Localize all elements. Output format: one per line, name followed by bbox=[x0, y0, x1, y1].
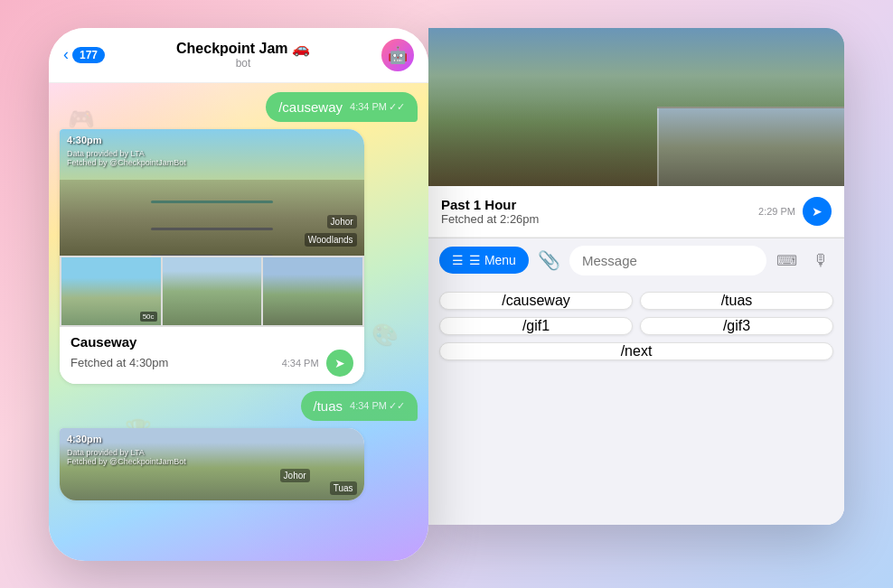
next-key[interactable]: /next bbox=[439, 342, 833, 360]
message-time: 4:34 PM bbox=[282, 358, 319, 369]
fetched-time: Fetched at 4:30pm bbox=[70, 356, 168, 369]
woodlands-label: Woodlands bbox=[305, 233, 357, 247]
next-key-label: /next bbox=[621, 343, 653, 359]
message-input[interactable] bbox=[569, 246, 766, 275]
msg-time: 4:34 PM ✓✓ bbox=[350, 101, 405, 113]
past-hour-title: Past 1 Hour bbox=[441, 197, 539, 212]
gif1-key-label: /gif1 bbox=[522, 318, 550, 334]
tuas-check-icon: ✓✓ bbox=[389, 400, 405, 412]
tuas-key-label: /tuas bbox=[721, 293, 753, 309]
tuas-key[interactable]: /tuas bbox=[640, 292, 833, 310]
avatar[interactable]: 🤖 bbox=[381, 39, 414, 71]
right-cam-overlay bbox=[657, 107, 844, 186]
right-message-info: Past 1 Hour Fetched at 2:26pm 2:29 PM ➤ bbox=[428, 186, 844, 238]
keyboard-row-2: /gif1 /gif3 bbox=[439, 317, 833, 335]
cam-timestamp: 4:30pm bbox=[67, 135, 102, 145]
cam-provider: Data provided by LTA Fetched by @Checkpo… bbox=[67, 149, 186, 167]
received-message-causeway: 4:30pm Data provided by LTA Fetched by @… bbox=[60, 129, 364, 384]
causeway-key[interactable]: /causeway bbox=[439, 292, 633, 310]
johor-partial-label: Johor bbox=[280, 469, 310, 482]
sent-message-causeway: /causeway 4:34 PM ✓✓ bbox=[60, 92, 418, 122]
causeway-key-label: /causeway bbox=[502, 293, 570, 309]
right-top-camera bbox=[428, 28, 844, 186]
partial-received-message: 4:30pm Data provided by LTA Fetched by @… bbox=[60, 428, 364, 500]
right-msg-content: Past 1 Hour Fetched at 2:26pm bbox=[441, 197, 539, 226]
location-title: Causeway bbox=[70, 334, 353, 350]
chat-background: 🎮 ⭐ 🎵 🎨 🏆 💎 /causeway 4:34 PM ✓✓ bbox=[49, 83, 428, 561]
fetched-subtitle: Fetched at 2:26pm bbox=[441, 212, 539, 226]
forward-button[interactable]: ➤ bbox=[326, 350, 353, 377]
right-forward-button[interactable]: ➤ bbox=[803, 197, 832, 226]
bot-name: Checkpoint Jam 🚗 bbox=[105, 40, 381, 57]
input-bar: ☰ ☰ Menu 📎 ⌨ 🎙 bbox=[428, 238, 844, 283]
keyboard-icon[interactable]: ⌨ bbox=[774, 246, 800, 275]
right-msg-row: Past 1 Hour Fetched at 2:26pm 2:29 PM ➤ bbox=[441, 197, 832, 226]
cam-thumb-3 bbox=[263, 257, 362, 325]
sent-text: /causeway bbox=[278, 99, 343, 115]
tuas-partial-label: Tuas bbox=[330, 481, 357, 495]
gif1-key[interactable]: /gif1 bbox=[439, 317, 633, 335]
right-msg-actions: 2:29 PM ➤ bbox=[758, 197, 832, 226]
tuas-time: 4:34 PM ✓✓ bbox=[350, 400, 405, 412]
footer-row: Fetched at 4:30pm 4:34 PM ➤ bbox=[70, 350, 353, 377]
phone-header: ‹ 177 Checkpoint Jam 🚗 bot 🤖 bbox=[49, 28, 428, 83]
menu-label: ☰ Menu bbox=[469, 253, 516, 267]
gif3-key[interactable]: /gif3 bbox=[640, 317, 833, 335]
bot-subtitle: bot bbox=[105, 57, 381, 70]
traffic-cam-grid: 4:30pm Data provided by LTA Fetched by @… bbox=[60, 129, 364, 327]
partial-camera-view: 4:30pm Data provided by LTA Fetched by @… bbox=[60, 428, 364, 500]
sent-bubble: /causeway 4:34 PM ✓✓ bbox=[266, 92, 418, 122]
unread-badge: 177 bbox=[72, 47, 105, 63]
main-container: ‹ 177 Checkpoint Jam 🚗 bot 🤖 🎮 ⭐ 🎵 🎨 🏆 💎… bbox=[49, 28, 844, 561]
right-msg-time: 2:29 PM bbox=[758, 206, 795, 217]
menu-icon: ☰ bbox=[452, 253, 464, 267]
cam-thumb-2 bbox=[163, 257, 262, 325]
phone-left: ‹ 177 Checkpoint Jam 🚗 bot 🤖 🎮 ⭐ 🎵 🎨 🏆 💎… bbox=[49, 28, 428, 561]
cam-thumb-1: 50c bbox=[61, 257, 161, 325]
gif3-key-label: /gif3 bbox=[723, 318, 750, 334]
sent-message-tuas: /tuas 4:34 PM ✓✓ bbox=[60, 391, 418, 421]
johor-label: Johor bbox=[327, 215, 357, 229]
partial-cam-timestamp: 4:30pm bbox=[67, 434, 102, 444]
attach-button[interactable]: 📎 bbox=[536, 246, 562, 275]
phone-right: Past 1 Hour Fetched at 2:26pm 2:29 PM ➤ … bbox=[428, 28, 844, 525]
back-chevron-icon: ‹ bbox=[63, 45, 69, 64]
back-button[interactable]: ‹ 177 bbox=[63, 45, 105, 64]
partial-cam-provider: Data provided by LTA Fetched by @Checkpo… bbox=[67, 448, 186, 466]
cam-thumb-label-1: 50c bbox=[140, 312, 157, 322]
keyboard-row-1: /causeway /tuas bbox=[439, 292, 833, 310]
bot-keyboard: /causeway /tuas /gif1 /gif3 /next bbox=[428, 283, 844, 525]
tuas-text: /tuas bbox=[314, 398, 343, 414]
double-check-icon: ✓✓ bbox=[389, 101, 405, 113]
tuas-bubble: /tuas 4:34 PM ✓✓ bbox=[301, 391, 418, 421]
menu-button[interactable]: ☰ ☰ Menu bbox=[439, 247, 529, 274]
cam-thumbnail-row: 50c bbox=[60, 256, 364, 327]
keyboard-row-3: /next bbox=[439, 342, 833, 360]
main-camera-view: 4:30pm Data provided by LTA Fetched by @… bbox=[60, 129, 364, 256]
header-center: Checkpoint Jam 🚗 bot bbox=[105, 40, 381, 70]
causeway-msg-footer: Causeway Fetched at 4:30pm 4:34 PM ➤ bbox=[60, 327, 364, 384]
microphone-button[interactable]: 🎙 bbox=[807, 246, 833, 275]
